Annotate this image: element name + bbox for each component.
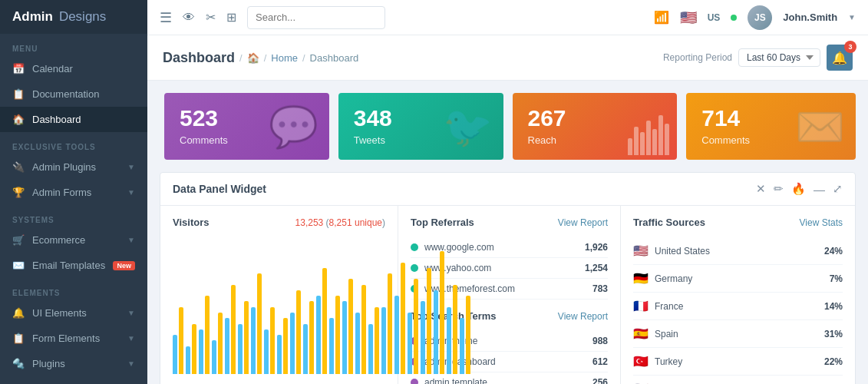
- exclusive-section-label: EXCLUSIVE TOOLS: [0, 132, 147, 154]
- bar-yellow: [361, 285, 366, 374]
- sidebar-item-ui-elements[interactable]: 🔔 UI Elements ▼: [0, 300, 147, 326]
- traffic-pct: 24%: [824, 246, 843, 257]
- ref-count: 783: [592, 283, 608, 294]
- sidebar-item-label: Admin Plugins: [32, 161, 96, 173]
- breadcrumb-home[interactable]: Home: [271, 52, 298, 64]
- search-term-count: 988: [592, 336, 608, 346]
- traffic-item: 🇺🇸 United States 24%: [633, 237, 843, 265]
- search-term: admin template: [424, 377, 586, 384]
- bar-blue: [316, 296, 321, 374]
- page-header: Dashboard / 🏠 / Home / Dashboard Reporti…: [147, 35, 868, 81]
- sidebar-item-email-templates[interactable]: ✉️ Email Templates New: [0, 253, 147, 278]
- hamburger-icon[interactable]: ☰: [160, 9, 172, 26]
- ref-url: www.google.com: [424, 242, 579, 253]
- bar-yellow: [218, 313, 223, 374]
- sep: /: [264, 52, 267, 64]
- eye-icon[interactable]: 👁: [183, 11, 195, 25]
- notification-button[interactable]: 🔔 3: [827, 45, 853, 71]
- bar-group: [277, 318, 288, 374]
- bar-yellow: [453, 285, 457, 374]
- chevron-down-icon: ▼: [127, 188, 135, 197]
- bar-yellow: [348, 279, 353, 374]
- username[interactable]: John.Smith: [783, 12, 837, 23]
- bar-group: [173, 307, 183, 374]
- online-indicator: [731, 15, 737, 21]
- country-name: Germany: [655, 273, 823, 284]
- home-icon: 🏠: [247, 52, 259, 64]
- sidebar-item-documentation[interactable]: 📋 Documentation: [0, 81, 147, 107]
- sidebar-item-ecommerce[interactable]: 🛒 Ecommerce ▼: [0, 227, 147, 253]
- bar-blue: [199, 329, 203, 374]
- bar-yellow: [414, 279, 418, 374]
- content-area: Dashboard / 🏠 / Home / Dashboard Reporti…: [147, 35, 868, 384]
- ref-dot: [411, 243, 418, 251]
- user-dropdown-icon[interactable]: ▼: [848, 13, 856, 22]
- bar-yellow: [309, 301, 314, 374]
- sidebar-item-label: Form Elements: [32, 333, 100, 344]
- signal-icon: 📶: [654, 10, 669, 25]
- visitors-count: 13,253 (8,251 unique): [295, 217, 385, 228]
- visitors-unique: 8,251 unique: [329, 217, 382, 228]
- close-icon[interactable]: ✕: [756, 182, 766, 196]
- bar-group: [355, 285, 366, 374]
- data-panel: Data Panel Widget ✕ ✏ 🔥 — ⤢ Visitors 13,…: [160, 172, 856, 384]
- brand-designs: Designs: [59, 9, 106, 25]
- bar-blue: [173, 335, 177, 374]
- locale-flag: 🇺🇸: [680, 9, 697, 26]
- sep: /: [302, 52, 305, 64]
- bar-yellow: [322, 268, 327, 374]
- traffic-pct: 22%: [824, 356, 843, 367]
- topbar-right: 📶 🇺🇸 US JS John.Smith ▼: [654, 5, 856, 30]
- bar-group: [225, 285, 236, 374]
- ref-url: www.yahoo.com: [424, 263, 579, 273]
- search-input[interactable]: [247, 6, 385, 29]
- reporting-period-select[interactable]: Last 60 Days Last 30 Days Last 7 Days: [738, 48, 820, 67]
- forms-icon: 🏆: [12, 187, 25, 198]
- flame-icon[interactable]: 🔥: [791, 182, 806, 196]
- main-content: ☰ 👁 ✂ ⊞ 📶 🇺🇸 US JS John.Smith ▼ Dashboar…: [147, 0, 868, 384]
- traffic-column: Traffic Sources View Stats 🇺🇸 United Sta…: [621, 206, 855, 384]
- view-report-link2[interactable]: View Report: [558, 311, 608, 322]
- chevron-down-icon: ▼: [127, 236, 135, 244]
- traffic-item: 🇫🇷 France 14%: [633, 293, 843, 320]
- referrals-title: Top Referrals: [411, 217, 474, 228]
- minus-icon[interactable]: —: [814, 183, 825, 196]
- edit-icon[interactable]: ✏: [774, 182, 784, 196]
- view-report-link[interactable]: View Report: [558, 217, 608, 228]
- sidebar-item-label: Documentation: [32, 88, 99, 100]
- sidebar-item-label: UI Elements: [32, 307, 87, 319]
- bar-blue: [303, 324, 308, 374]
- bar-yellow: [388, 273, 392, 374]
- bar-yellow: [375, 307, 379, 374]
- view-stats-link[interactable]: View Stats: [800, 217, 843, 228]
- layout-icon[interactable]: ⊞: [226, 10, 236, 25]
- stat-cards: ⚙ 523 Comments 💬 348 Tweets 🐦 267 Reach: [147, 81, 868, 172]
- bar-yellow: [401, 263, 405, 374]
- visitors-header: Visitors 13,253 (8,251 unique): [173, 217, 385, 228]
- expand-icon[interactable]: ⤢: [833, 182, 843, 196]
- sidebar-item-plugins[interactable]: 🔩 Plugins ▼: [0, 351, 147, 376]
- sidebar-item-calendar[interactable]: 📅 Calendar: [0, 56, 147, 81]
- bar-group: [212, 313, 223, 374]
- plugins-icon: 🔌: [12, 161, 25, 173]
- search-term-count: 256: [592, 377, 608, 384]
- brand-admin: Admin: [12, 9, 53, 25]
- sidebar-item-admin-plugins[interactable]: 🔌 Admin Plugins ▼: [0, 154, 147, 180]
- ecommerce-icon: 🛒: [12, 234, 25, 246]
- calendar-icon: 📅: [12, 63, 25, 74]
- country-name: Spain: [655, 329, 818, 339]
- reporting-area: Reporting Period Last 60 Days Last 30 Da…: [663, 45, 853, 71]
- tools-icon[interactable]: ✂: [206, 10, 216, 25]
- sidebar-item-dashboard[interactable]: 🏠 Dashboard: [0, 107, 147, 132]
- bar-yellow: [231, 285, 236, 374]
- bar-blue: [460, 318, 464, 374]
- bar-group: [368, 307, 379, 374]
- traffic-item: 🇪🇸 Spain 31%: [633, 320, 843, 348]
- bar-group: [381, 273, 392, 374]
- bar-group: [329, 296, 340, 374]
- sidebar-item-admin-forms[interactable]: 🏆 Admin Forms ▼: [0, 180, 147, 205]
- sidebar-item-form-elements[interactable]: 📋 Form Elements ▼: [0, 326, 147, 351]
- bar-blue: [238, 324, 243, 374]
- bar-group: [394, 263, 405, 374]
- bar-yellow: [244, 301, 249, 374]
